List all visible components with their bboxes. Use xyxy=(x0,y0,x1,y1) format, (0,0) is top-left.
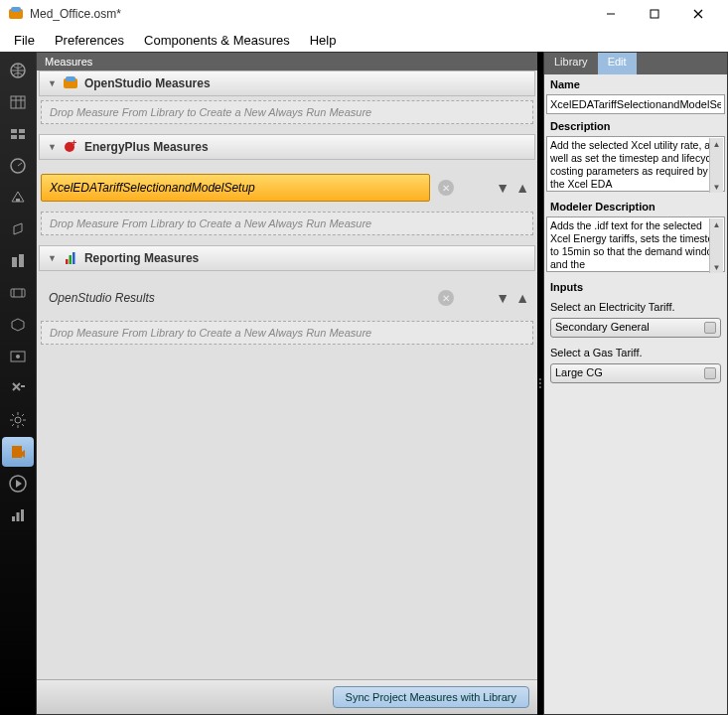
svg-point-24 xyxy=(16,355,20,358)
tool-loads[interactable] xyxy=(2,151,34,181)
delete-icon[interactable]: ✕ xyxy=(438,290,454,306)
svg-rect-13 xyxy=(11,135,17,139)
drop-zone[interactable]: Drop Measure From Library to Create a Ne… xyxy=(41,100,533,124)
center-panel: Measures ▼ OpenStudio Measures Drop Meas… xyxy=(36,52,537,715)
svg-rect-37 xyxy=(73,252,75,264)
gas-tariff-select[interactable]: Large CG xyxy=(550,363,721,383)
measure-row-selected[interactable]: XcelEDATariffSelectionandModelSetup xyxy=(41,174,430,202)
svg-rect-28 xyxy=(12,516,15,521)
arrow-down-icon[interactable]: ▼ xyxy=(496,290,510,306)
svg-rect-11 xyxy=(11,129,17,133)
tool-measures[interactable] xyxy=(2,437,34,467)
measure-row[interactable]: OpenStudio Results xyxy=(41,285,430,311)
right-panel: Library Edit Name Description ▲▼ Modeler… xyxy=(543,52,728,715)
svg-rect-18 xyxy=(12,257,17,267)
arrow-down-icon[interactable]: ▼ xyxy=(496,180,510,196)
disclosure-icon: ▼ xyxy=(48,253,57,263)
tool-geometry[interactable] xyxy=(2,214,34,244)
disclosure-icon: ▼ xyxy=(48,142,57,152)
energyplus-icon: + xyxy=(63,139,78,155)
svg-rect-36 xyxy=(69,255,72,264)
arrow-up-icon[interactable]: ▲ xyxy=(515,290,529,306)
close-button[interactable] xyxy=(676,0,720,28)
description-textarea[interactable] xyxy=(546,136,725,192)
tool-settings[interactable] xyxy=(2,405,34,435)
tool-results[interactable] xyxy=(2,500,34,530)
gas-tariff-label: Select a Gas Tariff. xyxy=(544,341,727,360)
svg-rect-32 xyxy=(66,76,75,81)
section-energyplus-measures[interactable]: ▼ + EnergyPlus Measures xyxy=(39,134,535,160)
maximize-button[interactable] xyxy=(633,0,676,28)
disclosure-icon: ▼ xyxy=(48,78,57,88)
svg-line-16 xyxy=(18,163,22,166)
modeler-desc-label: Modeler Description xyxy=(544,197,727,214)
svg-rect-30 xyxy=(21,509,24,521)
reporting-icon xyxy=(63,250,78,266)
openstudio-icon xyxy=(63,75,78,91)
minimize-button[interactable] xyxy=(589,0,633,28)
svg-rect-1 xyxy=(11,7,21,12)
elec-tariff-label: Select an Electricity Tariff. xyxy=(544,295,727,315)
svg-rect-19 xyxy=(19,254,24,267)
scrollbar[interactable]: ▲▼ xyxy=(709,218,723,273)
tool-run[interactable] xyxy=(2,469,34,499)
arrow-up-icon[interactable]: ▲ xyxy=(515,180,529,196)
name-input[interactable] xyxy=(546,94,725,114)
elec-tariff-select[interactable]: Secondary General xyxy=(550,318,721,338)
tool-thermal-zones[interactable] xyxy=(2,310,34,340)
svg-rect-35 xyxy=(66,259,69,264)
svg-rect-14 xyxy=(19,135,25,139)
menu-file[interactable]: File xyxy=(4,30,45,51)
section-label: Reporting Measures xyxy=(84,251,199,265)
svg-text:+: + xyxy=(72,139,76,148)
title-bar: Med_Office.osm* xyxy=(0,0,728,28)
section-label: OpenStudio Measures xyxy=(84,76,211,90)
scroll-up-icon[interactable]: ▲ xyxy=(713,218,721,230)
scroll-down-icon[interactable]: ▼ xyxy=(713,261,721,273)
tool-site[interactable] xyxy=(2,56,34,85)
name-label: Name xyxy=(544,74,727,92)
tool-spaces[interactable] xyxy=(2,183,34,213)
window-title: Med_Office.osm* xyxy=(30,7,589,21)
svg-rect-17 xyxy=(16,199,20,202)
section-openstudio-measures[interactable]: ▼ OpenStudio Measures xyxy=(39,71,535,96)
inputs-label: Inputs xyxy=(544,277,727,295)
tab-library[interactable]: Library xyxy=(544,53,598,74)
tool-facility[interactable] xyxy=(2,246,34,276)
splitter[interactable]: ••• xyxy=(537,52,543,715)
tool-hvac[interactable] xyxy=(2,278,34,308)
scrollbar[interactable]: ▲▼ xyxy=(709,138,723,193)
menu-components[interactable]: Components & Measures xyxy=(134,30,300,51)
menu-help[interactable]: Help xyxy=(300,30,347,51)
delete-icon[interactable]: ✕ xyxy=(438,180,454,196)
tool-output[interactable] xyxy=(2,342,34,371)
measures-area: ▼ OpenStudio Measures Drop Measure From … xyxy=(37,71,537,679)
drop-zone[interactable]: Drop Measure From Library to Create a Ne… xyxy=(41,212,533,235)
app-icon xyxy=(8,6,24,22)
svg-rect-7 xyxy=(11,96,25,108)
svg-point-25 xyxy=(15,417,21,423)
scroll-down-icon[interactable]: ▼ xyxy=(713,181,721,193)
measures-header: Measures xyxy=(37,53,537,71)
tool-schedules[interactable] xyxy=(2,87,34,117)
svg-marker-27 xyxy=(16,480,22,488)
footer-bar: Sync Project Measures with Library xyxy=(37,679,537,714)
right-tabs: Library Edit xyxy=(544,53,727,74)
section-label: EnergyPlus Measures xyxy=(84,140,209,154)
menu-bar: File Preferences Components & Measures H… xyxy=(0,28,728,52)
description-label: Description xyxy=(544,116,727,134)
svg-rect-29 xyxy=(17,512,20,521)
menu-preferences[interactable]: Preferences xyxy=(45,30,134,51)
tool-scripts[interactable] xyxy=(2,373,34,403)
scroll-up-icon[interactable]: ▲ xyxy=(713,138,721,150)
tool-constructions[interactable] xyxy=(2,119,34,149)
svg-rect-12 xyxy=(19,129,25,133)
sync-button[interactable]: Sync Project Measures with Library xyxy=(333,686,529,708)
svg-rect-20 xyxy=(11,289,25,297)
drop-zone[interactable]: Drop Measure From Library to Create a Ne… xyxy=(41,321,533,345)
section-reporting-measures[interactable]: ▼ Reporting Measures xyxy=(39,245,535,271)
left-toolbar xyxy=(0,52,36,715)
svg-rect-3 xyxy=(651,10,658,18)
modeler-desc-textarea[interactable] xyxy=(546,216,725,272)
tab-edit[interactable]: Edit xyxy=(598,53,637,74)
